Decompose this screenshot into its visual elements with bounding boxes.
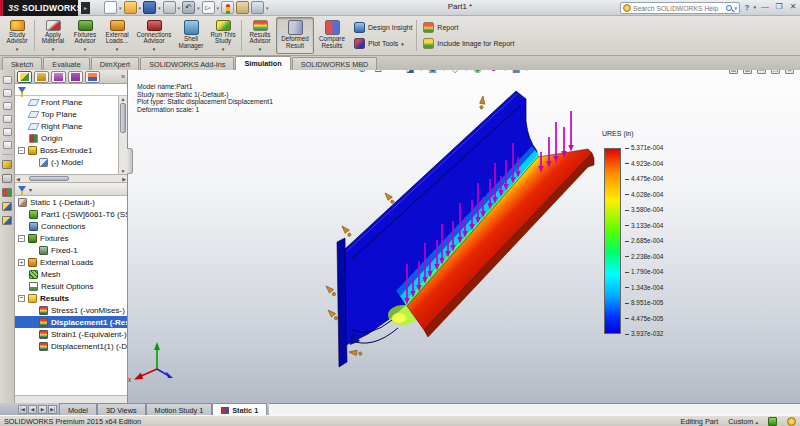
tree-item-stress1[interactable]: Stress1 (-vonMises-) [15,304,127,316]
part-feature-icon-2[interactable] [2,216,12,225]
first-tab-icon[interactable]: |◀ [18,405,27,414]
tree-item-result-options[interactable]: Result Options [15,280,127,292]
rebuild-traffic-light-icon[interactable] [221,1,234,14]
tree-item-results[interactable]: −Results [15,292,127,304]
panel-resize-grip[interactable] [127,148,133,174]
dropdown-arrow[interactable]: ▾ [443,70,446,72]
tab-static-1[interactable]: Static 1 [212,403,267,415]
zoom-fit-icon[interactable]: ⊕ [356,70,368,74]
tree-item-external-loads[interactable]: +External Loads [15,256,127,268]
include-image-for-report-button[interactable]: Include Image for Report [421,37,516,50]
external-loads-button[interactable]: ExternalLoads... ▾ [101,17,133,54]
tab-3d-views[interactable]: 3D Views [97,403,146,415]
tree-item-part1[interactable]: Part1 (-[SW]6061-T6 (SS)-) [15,208,127,220]
restore-icon[interactable]: ❒ [774,2,784,12]
dropdown-arrow[interactable]: ▾ [526,70,529,72]
minimize-icon[interactable]: — [760,2,770,12]
connections-advisor-button[interactable]: ConnectionsAdvisor ▾ [133,17,175,54]
dropdown-arrow[interactable]: ▾ [753,4,756,10]
viewport-split-icon-2[interactable]: ⊡ [743,70,752,74]
property-manager-tab[interactable] [34,71,49,83]
tree-item-fixtures[interactable]: −Fixtures [15,232,127,244]
tree-splitter-filter[interactable]: ▾ [15,183,127,196]
collapse-icon[interactable]: − [18,235,25,242]
undo-icon[interactable]: ↶ [182,1,195,14]
previous-view-icon[interactable]: ↶ [388,70,400,74]
tree-item-origin[interactable]: Origin [15,132,127,144]
design-insight-button[interactable]: Design Insight [352,21,414,34]
collapse-icon[interactable]: − [18,295,25,302]
tree-item-top-plane[interactable]: Top Plane [15,108,127,120]
edit-appearance-icon[interactable]: ◕ [488,70,500,74]
tree-item-static-study[interactable]: Static 1 (-Default-) [15,196,127,208]
dimension-icon[interactable] [2,174,12,183]
tab-solidworks-mbd[interactable]: SOLIDWORKS MBD [292,57,378,70]
tree-item-right-plane[interactable]: Right Plane [15,120,127,132]
results-advisor-button[interactable]: ResultsAdvisor ▾ [244,17,276,54]
tree-item-boss-extrude1[interactable]: −Boss-Extrude1 [15,144,127,156]
doc-restore-icon[interactable]: ❒ [771,70,780,74]
run-this-study-button[interactable]: Run ThisStudy ▾ [207,17,239,54]
graphics-viewport[interactable]: ⊕ ⊡ ↶ ◪ ▾ ▣ ▾ ◇ ▾ ◉ ◕ ▾ ▦ ▾ ⊡ ⊡ — ❒ ✕ Mo… [128,70,800,403]
search-input[interactable] [633,5,724,12]
tab-solidworks-add-ins[interactable]: SOLIDWORKS Add-Ins [140,57,234,70]
tree-filter-bar[interactable] [15,84,127,96]
doc-close-icon[interactable]: ✕ [785,70,794,74]
tree-item-mesh[interactable]: Mesh [15,268,127,280]
tab-evaluate[interactable]: Evaluate [43,57,89,70]
save-icon[interactable] [143,1,156,14]
standard-view-icon-2[interactable] [3,89,12,97]
study-advisor-button[interactable]: StudyAdvisor ▾ [2,17,32,54]
hide-show-items-icon[interactable]: ◉ [472,70,484,74]
fixtures-advisor-button[interactable]: FixturesAdvisor ▾ [69,17,101,54]
standard-view-icon-1[interactable] [3,76,12,84]
feature-manager-tab[interactable] [17,71,32,83]
shell-manager-button[interactable]: ShellManager [175,17,207,54]
doc-minimize-icon[interactable]: — [757,70,766,74]
part-feature-icon-1[interactable] [2,202,12,211]
dropdown-arrow[interactable]: ▾ [504,70,507,72]
report-button[interactable]: Report [421,21,516,34]
tree-item-connections[interactable]: Connections [15,220,127,232]
display-style-icon[interactable]: ◇ [449,70,461,74]
dimxpert-manager-tab[interactable] [68,71,83,83]
last-tab-icon[interactable]: ▶| [48,405,57,414]
apply-material-button[interactable]: ApplyMaterial ▾ [37,17,69,54]
scroll-right-icon[interactable]: ▶ [122,176,126,182]
tree-item-displacement1-1[interactable]: Displacement1(1) (-Displ [15,340,127,352]
display-manager-tab[interactable] [85,71,100,83]
file-properties-icon[interactable] [236,1,249,14]
tree-vertical-scrollbar[interactable]: ▲▼ [118,96,127,174]
scrollbar-thumb[interactable] [120,103,126,133]
assembly-icon[interactable] [2,188,12,197]
scroll-left-icon[interactable]: ◀ [16,176,20,182]
menu-expand-arrow[interactable]: ▸ [81,2,90,14]
apply-scene-icon[interactable]: ▦ [510,70,522,74]
search-icon[interactable] [726,5,732,11]
view-orientation-icon[interactable]: ▣ [427,70,439,74]
dropdown-arrow[interactable]: ▾ [420,70,423,72]
tree-item-displacement1[interactable]: Displacement1 (-Res di [15,316,127,328]
tree-horizontal-scrollbar[interactable]: ◀▶ [15,174,127,183]
tab-dimxpert[interactable]: DimXpert [91,57,139,70]
deformed-result-button[interactable]: DeformedResult [276,17,314,54]
panel-expand-icon[interactable]: » [121,73,125,80]
dropdown-arrow[interactable]: ▾ [734,5,737,11]
sketch-icon[interactable] [2,160,12,169]
tab-motion-study-1[interactable]: Motion Study 1 [146,403,213,415]
zoom-to-area-icon[interactable]: ⊡ [372,70,384,74]
previous-tab-icon[interactable]: ◀ [28,405,37,414]
tree-item-fixed-1[interactable]: Fixed-1 [15,244,127,256]
tree-item-model[interactable]: (-) Model [15,156,127,168]
standard-view-icon-4[interactable] [3,115,12,123]
compare-results-button[interactable]: CompareResults [314,17,350,54]
new-document-icon[interactable] [104,1,117,14]
tab-simulation[interactable]: Simulation [235,56,290,70]
panel-bottom-scrollbar[interactable] [15,395,127,403]
standard-view-icon-3[interactable] [3,102,12,110]
dropdown-arrow[interactable]: ▾ [465,70,468,72]
tree-item-front-plane[interactable]: Front Plane [15,96,127,108]
collapse-icon[interactable]: − [18,147,25,154]
standard-view-icon-6[interactable] [3,141,12,149]
plot-tools-button[interactable]: Plot Tools ▾ [352,37,414,50]
